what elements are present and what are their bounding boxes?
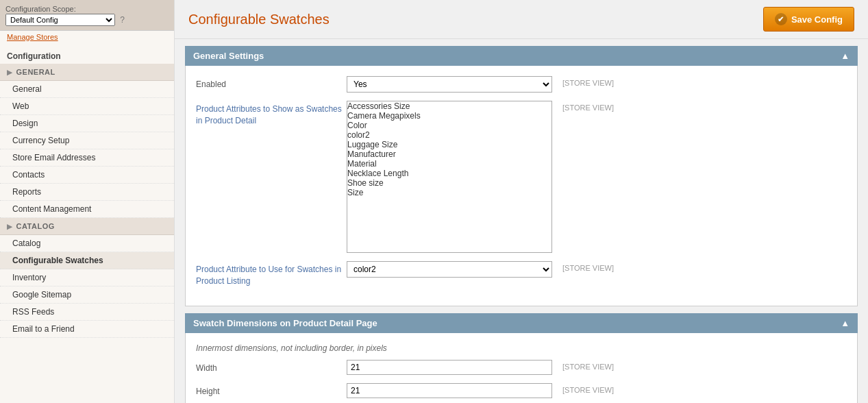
sidebar-item-rss-feeds[interactable]: RSS Feeds [0,304,174,321]
product-attribute-listing-select[interactable]: color2 Color Accessories Size [347,261,552,278]
save-check-icon: ✔ [775,13,787,25]
sidebar-item-content-management[interactable]: Content Management [0,201,174,218]
save-config-button[interactable]: ✔ Save Config [763,7,854,32]
sidebar-item-web[interactable]: Web [0,98,174,115]
sidebar-group-general[interactable]: ▶ GENERAL [0,64,174,81]
group-label-catalog: CATALOG [16,222,55,230]
ms-item-accessories-size[interactable]: Accessories Size [347,101,551,111]
sidebar-item-general[interactable]: General [0,81,174,98]
collapse-general-icon[interactable]: ▲ [841,51,850,61]
sidebar-item-email-to-friend[interactable]: Email to a Friend [0,321,174,338]
product-attributes-store-view: [STORE VIEW] [562,101,614,114]
sidebar: Configuration Scope: Default Config ? Ma… [0,0,175,403]
product-attributes-multiselect-wrapper: Accessories Size Camera Megapixels Color… [347,101,552,253]
ms-item-shoe-size[interactable]: Shoe size [347,178,551,188]
width-control: [STORE VIEW] [347,360,847,375]
collapse-swatch-icon[interactable]: ▲ [841,318,850,328]
ms-item-camera-megapixels[interactable]: Camera Megapixels [347,111,551,121]
swatch-dimensions-title: Swatch Dimensions on Product Detail Page [193,318,377,328]
manage-stores-link[interactable]: Manage Stores [0,31,174,46]
swatch-info-text: Innermost dimensions, not including bord… [196,343,847,353]
ms-item-material[interactable]: Material [347,159,551,169]
product-attributes-list[interactable]: Accessories Size Camera Megapixels Color… [347,101,551,252]
main-content: Configurable Swatches ✔ Save Config Gene… [175,0,868,403]
height-input[interactable] [347,383,552,398]
page-title: Configurable Swatches [188,12,330,27]
product-attributes-row: Product Attributes to Show as Swatches i… [196,101,847,253]
sidebar-item-reports[interactable]: Reports [0,184,174,201]
enabled-label: Enabled [196,76,347,90]
sidebar-item-catalog[interactable]: Catalog [0,235,174,252]
ms-item-size[interactable]: Size [347,188,551,197]
ms-item-color2[interactable]: color2 [347,130,551,140]
sidebar-item-currency-setup[interactable]: Currency Setup [0,132,174,149]
swatch-dimensions-header[interactable]: Swatch Dimensions on Product Detail Page… [185,313,858,333]
height-control: [STORE VIEW] [347,383,847,398]
enabled-control: Yes No [STORE VIEW] [347,76,847,93]
product-attribute-listing-store-view: [STORE VIEW] [562,261,614,275]
ms-item-manufacturer[interactable]: Manufacturer [347,149,551,159]
height-store-view: [STORE VIEW] [562,383,614,397]
group-label-general: GENERAL [16,68,55,76]
height-row: Height [STORE VIEW] [196,383,847,398]
scope-header: Configuration Scope: Default Config ? [0,0,174,31]
sidebar-item-configurable-swatches[interactable]: Configurable Swatches [0,252,174,269]
sidebar-item-design[interactable]: Design [0,115,174,132]
group-arrow-general: ▶ [7,69,13,76]
sidebar-group-catalog[interactable]: ▶ CATALOG [0,218,174,235]
ms-item-color[interactable]: Color [347,121,551,130]
general-settings-header[interactable]: General Settings ▲ [185,46,858,66]
catalog-items: Catalog Configurable Swatches Inventory … [0,235,174,338]
sidebar-item-inventory[interactable]: Inventory [0,269,174,286]
swatch-dimensions-section: Swatch Dimensions on Product Detail Page… [185,313,858,403]
swatch-dimensions-body: Innermost dimensions, not including bord… [185,333,858,403]
ms-item-luggage-size[interactable]: Luggage Size [347,140,551,149]
general-settings-section: General Settings ▲ Enabled Yes No [STORE… [185,46,858,306]
enabled-store-view: [STORE VIEW] [562,76,614,90]
product-attributes-label: Product Attributes to Show as Swatches i… [196,101,347,127]
sidebar-item-contacts[interactable]: Contacts [0,167,174,184]
general-settings-title: General Settings [193,51,264,61]
product-attribute-listing-row: Product Attribute to Use for Swatches in… [196,261,847,287]
enabled-select[interactable]: Yes No [347,76,552,93]
product-attribute-listing-control: color2 Color Accessories Size [STORE VIE… [347,261,847,278]
scope-select[interactable]: Default Config [5,14,115,26]
product-attribute-listing-label: Product Attribute to Use for Swatches in… [196,261,347,287]
scope-label: Configuration Scope: [5,5,76,13]
width-store-view: [STORE VIEW] [562,360,614,374]
sidebar-item-store-email[interactable]: Store Email Addresses [0,149,174,167]
general-items: General Web Design Currency Setup Store … [0,81,174,218]
general-settings-body: Enabled Yes No [STORE VIEW] Product Attr… [185,66,858,306]
width-row: Width [STORE VIEW] [196,360,847,375]
width-input[interactable] [347,360,552,375]
group-arrow-catalog: ▶ [7,223,13,230]
save-config-label: Save Config [791,14,843,25]
product-attributes-control: Accessories Size Camera Megapixels Color… [347,101,847,253]
ms-item-necklace-length[interactable]: Necklace Length [347,169,551,178]
main-header: Configurable Swatches ✔ Save Config [175,0,868,39]
width-label: Width [196,360,347,374]
height-label: Height [196,383,347,398]
help-icon: ? [120,15,125,25]
sidebar-item-google-sitemap[interactable]: Google Sitemap [0,286,174,304]
config-title: Configuration [0,46,174,64]
enabled-row: Enabled Yes No [STORE VIEW] [196,76,847,93]
